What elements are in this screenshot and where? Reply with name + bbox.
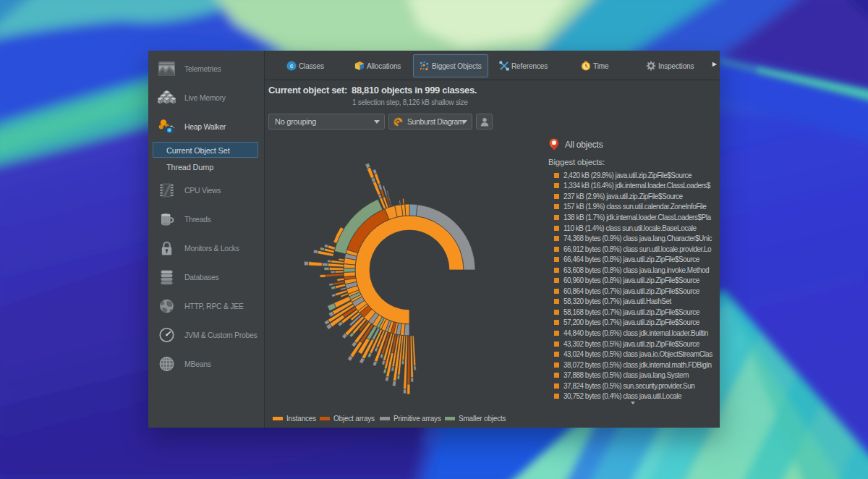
svg-text:c: c <box>290 62 294 69</box>
